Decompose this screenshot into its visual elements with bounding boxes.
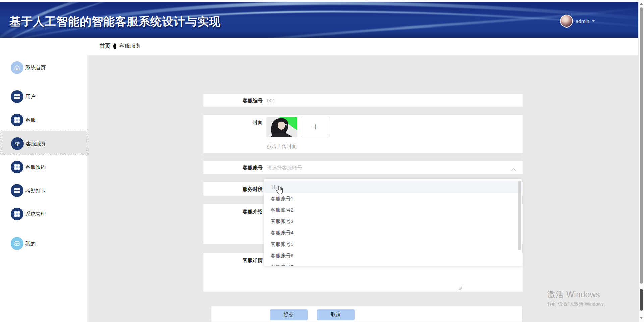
breadcrumb-home[interactable]: 首页	[100, 43, 110, 50]
breadcrumb: 首页 客服服务	[100, 43, 141, 50]
grid-icon	[11, 90, 23, 103]
dropdown-option[interactable]: 11	[264, 181, 522, 193]
cover-image[interactable]	[266, 117, 297, 137]
dropdown-option[interactable]: 客服账号3	[264, 216, 522, 227]
field-label: 服务时段	[203, 182, 263, 196]
sidebar-item-label: 系统首页	[25, 56, 46, 80]
sidebar-item-label: 系统管理	[25, 202, 46, 226]
sidebar-item-booking[interactable]: 客服预约	[0, 155, 87, 179]
page-scrollbar[interactable]	[638, 0, 644, 322]
user-menu[interactable]: admin	[560, 13, 595, 29]
grid-icon	[11, 208, 23, 220]
watermark-line1: 激活 Windows	[547, 289, 608, 300]
sidebar-item-system[interactable]: 系统管理	[0, 202, 87, 226]
chevron-down-icon	[592, 20, 595, 22]
sidebar-item-label: 用户	[25, 85, 36, 109]
dropdown-scrollbar[interactable]	[518, 181, 521, 250]
grid-icon	[11, 184, 23, 197]
service-account-select[interactable]: 请选择客服账号	[267, 161, 302, 175]
dropdown-option[interactable]: 客服账号5	[264, 238, 522, 250]
sidebar-item-mine[interactable]: 我的	[0, 231, 87, 256]
card-icon	[11, 237, 23, 250]
dropdown-option[interactable]: 客服账号2	[264, 204, 522, 216]
sidebar-item-service-staff[interactable]: 客服	[0, 108, 87, 132]
scroll-down-icon[interactable]	[640, 317, 643, 319]
grid-icon	[11, 114, 23, 126]
sidebar-item-label: 考勤打卡	[25, 178, 46, 203]
dropdown-option[interactable]: 客服账号4	[264, 227, 522, 238]
app-header: 基于人工智能的智能客服系统设计与实现 admin	[0, 2, 638, 38]
sidebar-item-service[interactable]: 客服服务	[0, 131, 87, 155]
watermark-line2: 转到“设置”以激活 Windows。	[547, 301, 608, 307]
sliders-icon	[11, 137, 24, 150]
submit-button[interactable]: 提交	[270, 309, 308, 320]
field-service-code[interactable]: 客服编号 001	[203, 94, 523, 107]
sidebar-item-label: 我的	[25, 231, 36, 256]
scrollbar-thumb[interactable]	[640, 7, 643, 284]
breadcrumb-separator-icon	[113, 43, 116, 49]
scrollbar-thumb-secondary[interactable]	[640, 289, 643, 311]
cancel-button[interactable]: 取消	[317, 309, 355, 320]
upload-hint: 点击上传封面	[267, 143, 297, 150]
textarea-resize-handle[interactable]	[458, 286, 462, 292]
application-window: 基于人工智能的智能客服系统设计与实现 admin 首页 客服服务 系统首页 用户	[0, 0, 644, 322]
field-label: 客服介绍	[203, 209, 263, 215]
chevron-up-icon[interactable]	[511, 166, 516, 172]
form-actions: 提交 取消	[210, 306, 522, 322]
page-title: 基于人工智能的智能客服系统设计与实现	[9, 14, 221, 30]
account-dropdown: 11 客服账号1 客服账号2 客服账号3 客服账号4 客服账号5 客服账号6 客…	[264, 179, 522, 266]
breadcrumb-current: 客服服务	[119, 43, 141, 50]
dropdown-option[interactable]: 客服账号1	[264, 193, 522, 204]
user-name: admin	[576, 18, 589, 24]
dropdown-option[interactable]: 客服账号6	[264, 250, 522, 261]
grid-icon	[11, 161, 23, 173]
sidebar-item-label: 客服预约	[25, 155, 46, 179]
home-icon	[11, 61, 23, 74]
dropdown-option[interactable]: 客服账号7	[264, 261, 522, 266]
field-cover: 封面 + 点击上传封面	[203, 115, 523, 154]
field-label: 客服详情	[203, 257, 263, 264]
field-label: 封面	[203, 119, 263, 126]
breadcrumb-bar: 首页 客服服务	[0, 38, 638, 55]
avatar[interactable]	[560, 15, 573, 28]
scroll-up-icon[interactable]	[640, 3, 643, 5]
sidebar: 系统首页 用户 客服 客服服务 客服预约 考勤打卡 系统管理	[0, 55, 87, 322]
sidebar-item-label: 客服服务	[26, 131, 46, 156]
field-service-account[interactable]: 客服账号 请选择客服账号	[203, 160, 523, 174]
sidebar-item-home[interactable]: 系统首页	[0, 56, 87, 80]
service-code-input[interactable]: 001	[267, 94, 275, 107]
sidebar-item-label: 客服	[25, 108, 36, 132]
upload-cover-button[interactable]: +	[301, 117, 330, 137]
field-label: 客服账号	[203, 161, 263, 175]
sidebar-item-attendance[interactable]: 考勤打卡	[0, 178, 87, 203]
plus-icon: +	[312, 121, 318, 133]
windows-activation-watermark: 激活 Windows 转到“设置”以激活 Windows。	[547, 289, 608, 307]
field-label: 客服编号	[203, 94, 263, 107]
sidebar-item-users[interactable]: 用户	[0, 85, 87, 109]
